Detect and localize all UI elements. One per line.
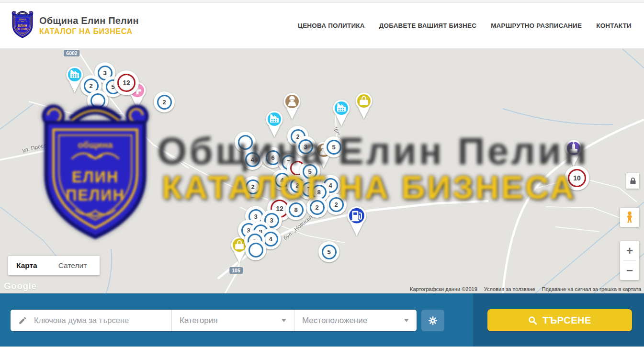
pegman-icon <box>625 211 634 224</box>
svg-text:община: община <box>78 140 113 150</box>
attribution-copyright: Картографски данни ©2019 <box>410 286 477 292</box>
municipality-logo: община ЕЛИН ПЕЛИН <box>11 11 34 40</box>
attribution-terms-link[interactable]: Условия за ползване <box>484 286 535 292</box>
zoom-in-button[interactable]: + <box>620 241 639 260</box>
site-title: Община Елин Пелин <box>39 15 139 26</box>
location-select-value: Местоположение <box>302 316 398 325</box>
attribution-report-link[interactable]: Подаване на сигнал за грешка в картата <box>542 286 641 292</box>
watermark-emblem: община ЕЛИН ПЕЛИН <box>41 102 150 243</box>
map-type-map-button[interactable]: Карта <box>8 256 45 275</box>
nav-item-transport-schedule[interactable]: МАРШРУТНО РАЗПИСАНИЕ <box>491 22 582 29</box>
main-nav: ЦЕНОВА ПОЛИТИКА ДОБАВЕТЕ ВАШИЯТ БИЗНЕС М… <box>298 22 633 29</box>
map-cluster[interactable] <box>245 239 266 260</box>
search-input-group: Категория Местоположение <box>11 310 417 331</box>
map-marker-fuel[interactable] <box>344 205 369 239</box>
search-button[interactable]: ТЪРСЕНЕ <box>487 309 632 331</box>
nav-item-contacts[interactable]: КОНТАКТИ <box>596 22 632 29</box>
nav-item-add-business[interactable]: ДОБАВЕТЕ ВАШИЯТ БИЗНЕС <box>379 22 476 29</box>
category-select[interactable]: Категория <box>171 310 294 331</box>
location-select[interactable]: Местоположение <box>294 310 417 331</box>
search-button-label: ТЪРСЕНЕ <box>542 315 591 326</box>
map-cluster[interactable]: 12 <box>114 70 139 95</box>
search-icon <box>528 316 537 325</box>
lock-icon <box>630 177 636 185</box>
site-subtitle: КАТАЛОГ НА БИЗНЕСА <box>39 27 139 36</box>
map-canvas[interactable]: ул. Преславбул. „Новоселци“6002105 <box>0 49 644 293</box>
pencil-icon <box>18 316 27 325</box>
map-lock-button[interactable] <box>626 173 639 189</box>
header: община ЕЛИН ПЕЛИН Община Елин Пелин КАТА… <box>0 3 644 49</box>
map-cluster[interactable]: 5 <box>318 241 339 262</box>
brand[interactable]: община ЕЛИН ПЕЛИН Община Елин Пелин КАТА… <box>11 11 139 40</box>
category-select-value: Категория <box>180 316 276 325</box>
zoom-out-button[interactable]: − <box>620 261 639 280</box>
zoom-control: + − <box>620 241 639 280</box>
advanced-settings-button[interactable] <box>421 310 444 331</box>
map-attribution: Картографски данни ©2019 Условия за полз… <box>410 286 641 292</box>
chevron-down-icon <box>404 319 409 322</box>
svg-text:ПЕЛИН: ПЕЛИН <box>17 28 29 31</box>
map-type-satellite-button[interactable]: Сателит <box>45 256 100 275</box>
keyword-section <box>11 310 171 331</box>
map-cluster[interactable]: 2 <box>154 91 175 112</box>
svg-text:ПЕЛИН: ПЕЛИН <box>66 187 124 204</box>
gear-icon <box>428 315 438 326</box>
road-number-badge: 105 <box>229 267 243 274</box>
watermark-subtitle: КАТАЛОГ НА БИЗНЕСА <box>162 168 576 206</box>
svg-text:ЕЛИН: ЕЛИН <box>18 24 27 27</box>
chevron-down-icon <box>282 319 286 322</box>
map-marker-factory[interactable] <box>330 99 352 129</box>
map-type-control: Карта Сателит <box>8 256 100 275</box>
nav-item-pricing[interactable]: ЦЕНОВА ПОЛИТИКА <box>298 22 365 29</box>
google-logo[interactable]: Google <box>4 281 36 291</box>
street-view-pegman[interactable] <box>620 208 639 227</box>
keyword-search-input[interactable] <box>33 315 164 325</box>
svg-text:ЕЛИН: ЕЛИН <box>72 168 119 186</box>
search-bar: Категория Местоположение <box>0 293 644 347</box>
road-number-badge: 6002 <box>64 50 79 56</box>
svg-text:община: община <box>19 19 27 21</box>
map-marker-bag[interactable] <box>353 91 375 122</box>
watermark-title: Община Елин Пелин <box>157 129 589 173</box>
